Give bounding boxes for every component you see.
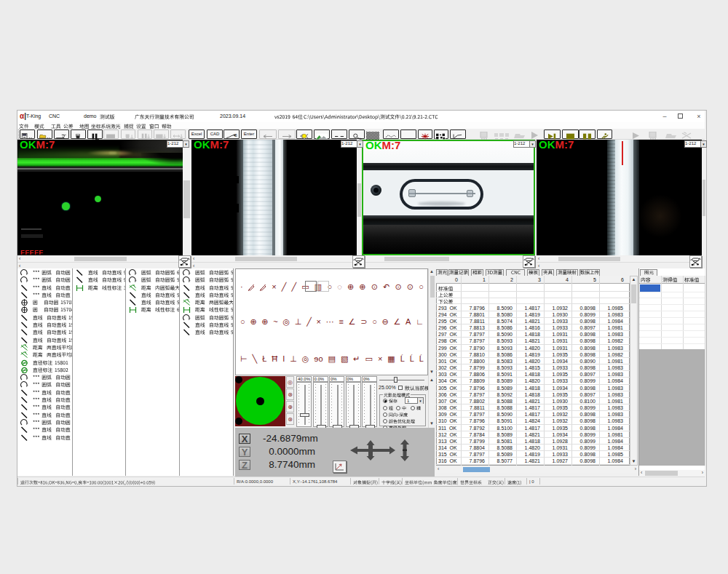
svg-text:B: B (234, 133, 237, 137)
